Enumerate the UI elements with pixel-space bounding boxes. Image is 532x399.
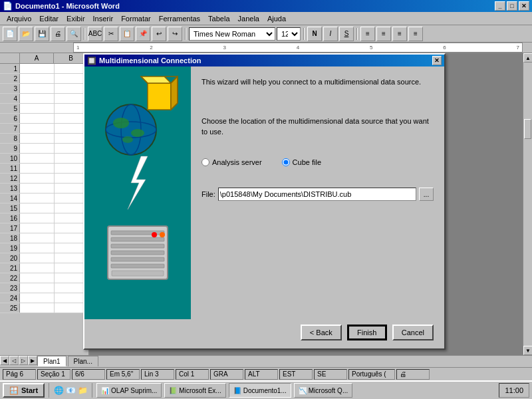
taskbar-excel-icon: 📗	[169, 387, 177, 394]
svg-point-3	[113, 118, 129, 128]
menu-janela[interactable]: Janela	[234, 13, 263, 24]
hscroll-left2-button[interactable]: ◁	[9, 356, 19, 365]
status-icon: 🖨	[396, 369, 430, 380]
radio-cube-file-input[interactable]	[282, 158, 290, 166]
bold-button[interactable]: N	[307, 27, 322, 41]
dialog-titlebar: 🔲 Multidimensional Connection ✕	[84, 55, 444, 66]
hscroll-right2-button[interactable]: ▷	[19, 356, 28, 365]
dialog-titlebar-title: 🔲 Multidimensional Connection	[87, 57, 201, 65]
toolbar-sep-2	[185, 28, 186, 40]
align-justify-button[interactable]: ≡	[408, 27, 423, 41]
radio-group: Analysis server Cube file	[201, 158, 434, 166]
menu-inserir[interactable]: Inserir	[89, 13, 118, 24]
ruler-inner: 1234567	[73, 43, 523, 53]
svg-marker-14	[128, 156, 148, 209]
quick-icon-3[interactable]: 📁	[77, 385, 88, 396]
menu-arquivo[interactable]: Arquivo	[3, 13, 35, 24]
file-browse-button[interactable]: ...	[419, 188, 434, 201]
align-right-button[interactable]: ≡	[392, 27, 407, 41]
start-button[interactable]: 🪟 Start	[3, 383, 45, 398]
print-button[interactable]: 🖨	[51, 27, 65, 41]
radio-analysis-server: Analysis server	[201, 158, 262, 166]
copy-button[interactable]: 📋	[120, 27, 134, 41]
menu-formatar[interactable]: Formatar	[117, 13, 155, 24]
status-position: Em 5,6"	[106, 369, 140, 380]
cancel-button[interactable]: Cancel	[392, 325, 434, 340]
file-input[interactable]	[218, 188, 416, 201]
hscroll-right-button[interactable]: ▶	[28, 356, 37, 365]
dialog-footer: < Back Finish Cancel	[84, 319, 444, 348]
spell-button[interactable]: ABC	[88, 27, 102, 41]
taskbar-word[interactable]: 📘 Documento1...	[229, 383, 291, 398]
taskbar-word-icon: 📘	[233, 387, 241, 394]
svg-marker-6	[148, 83, 171, 110]
back-button[interactable]: < Back	[301, 325, 342, 340]
svg-point-5	[122, 136, 133, 143]
taskbar-sep	[49, 383, 49, 398]
taskbar-sep2	[92, 383, 92, 398]
ruler: 1234567	[0, 43, 532, 53]
redo-button[interactable]: ↪	[168, 27, 182, 41]
finish-button[interactable]: Finish	[347, 325, 387, 340]
taskbar-excel-label: Microsoft Ex...	[179, 387, 221, 394]
svg-rect-18	[111, 244, 164, 248]
hscroll-left-button[interactable]: ◀	[0, 356, 9, 365]
status-alt: ALT	[245, 369, 278, 380]
svg-rect-19	[111, 251, 164, 255]
align-left-button[interactable]: ≡	[360, 27, 375, 41]
menubar: Arquivo Editar Exibir Inserir Formatar F…	[0, 12, 532, 25]
app-icon: 📄	[3, 1, 13, 11]
status-pages: 6/6	[72, 369, 105, 380]
quick-icon-1[interactable]: 🌐	[53, 385, 64, 396]
svg-point-23	[160, 232, 165, 237]
minimize-button[interactable]: _	[495, 1, 505, 11]
file-label: File:	[201, 190, 215, 198]
dialog-section-text: Choose the location of the multidimensio…	[201, 116, 434, 137]
hscroll-track[interactable]	[100, 356, 532, 365]
dialog-body: This wizard will help you connect to a m…	[84, 66, 444, 319]
dialog-close-button[interactable]: ✕	[432, 56, 442, 65]
taskbar-excel[interactable]: 📗 Microsoft Ex...	[164, 383, 225, 398]
toolbar-sep-3	[303, 28, 305, 40]
taskbar-olap[interactable]: 📊 OLAP Suprim...	[96, 383, 162, 398]
quick-icon-2[interactable]: 📧	[65, 385, 76, 396]
file-row: File: ...	[201, 188, 434, 201]
dialog-right-panel: This wizard will help you connect to a m…	[191, 66, 444, 319]
preview-button[interactable]: 🔍	[66, 27, 81, 41]
status-section: Seção 1	[37, 369, 70, 380]
taskbar-msq[interactable]: 📉 Microsoft Q...	[294, 383, 352, 398]
svg-rect-21	[111, 264, 164, 268]
menu-ferramentas[interactable]: Ferramentas	[155, 13, 204, 24]
start-icon: 🪟	[9, 386, 19, 395]
font-select[interactable]: Times New Roman	[189, 27, 275, 41]
cut-button[interactable]: ✂	[104, 27, 118, 41]
underline-button[interactable]: S	[339, 27, 354, 41]
radio-analysis-server-input[interactable]	[201, 158, 209, 166]
radio-analysis-server-label: Analysis server	[212, 158, 262, 166]
menu-tabela[interactable]: Tabela	[204, 13, 233, 24]
save-button[interactable]: 💾	[35, 27, 49, 41]
sheet-tab-plan2[interactable]: Plan...	[68, 356, 98, 366]
maximize-button[interactable]: □	[507, 1, 517, 11]
taskbar-quick-icons: 🌐 📧 📁	[53, 385, 88, 396]
window-title: Documento1 - Microsoft Word	[15, 2, 120, 10]
dialog-intro-text: This wizard will help you connect to a m…	[201, 77, 434, 87]
status-col: Col 1	[176, 369, 209, 380]
start-label: Start	[21, 386, 38, 394]
align-center-button[interactable]: ≡	[376, 27, 391, 41]
status-line: Lin 3	[141, 369, 174, 380]
font-size-select[interactable]: 12	[277, 27, 301, 41]
status-est: EST	[279, 369, 313, 380]
menu-ajuda[interactable]: Ajuda	[263, 13, 290, 24]
menu-editar[interactable]: Editar	[35, 13, 63, 24]
menu-exibir[interactable]: Exibir	[63, 13, 89, 24]
main-titlebar: 📄 Documento1 - Microsoft Word _ □ ✕	[0, 0, 532, 12]
paste-button[interactable]: 📌	[136, 27, 150, 41]
open-button[interactable]: 📂	[19, 27, 33, 41]
sheet-tab-plan1[interactable]: Plan1	[37, 356, 66, 366]
undo-button[interactable]: ↩	[152, 27, 166, 41]
dialog-illustration	[91, 70, 184, 316]
italic-button[interactable]: I	[323, 27, 338, 41]
close-button[interactable]: ✕	[519, 1, 529, 11]
new-button[interactable]: 📄	[3, 27, 17, 41]
